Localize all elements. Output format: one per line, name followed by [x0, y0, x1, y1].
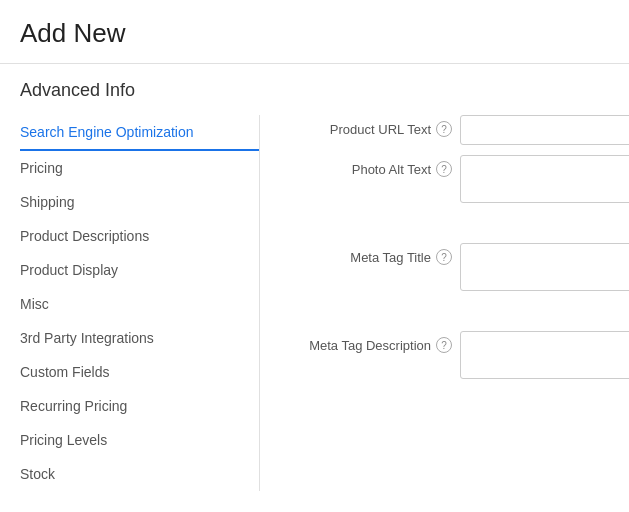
page-title: Add New [20, 18, 609, 49]
photo-alt-text-label-group: Photo Alt Text ? [300, 155, 460, 177]
meta-tag-description-help-icon[interactable]: ? [436, 337, 452, 353]
photo-alt-text-label: Photo Alt Text [352, 162, 431, 177]
sidebar-item-misc[interactable]: Misc [20, 287, 259, 321]
sidebar-item-pricing[interactable]: Pricing [20, 151, 259, 185]
product-url-text-help-icon[interactable]: ? [436, 121, 452, 137]
meta-tag-description-input[interactable] [460, 331, 629, 379]
product-url-text-label-group: Product URL Text ? [300, 115, 460, 137]
meta-tag-description-row: Meta Tag Description ? [300, 331, 629, 379]
sidebar-item-shipping[interactable]: Shipping [20, 185, 259, 219]
meta-tag-title-label: Meta Tag Title [350, 250, 431, 265]
photo-alt-text-row: Photo Alt Text ? [300, 155, 629, 203]
meta-tag-title-help-icon[interactable]: ? [436, 249, 452, 265]
product-url-text-label: Product URL Text [330, 122, 431, 137]
meta-tag-description-label-group: Meta Tag Description ? [300, 331, 460, 353]
product-url-text-row: Product URL Text ? [300, 115, 629, 145]
sidebar-item-stock[interactable]: Stock [20, 457, 259, 491]
sidebar-item-3rd-party[interactable]: 3rd Party Integrations [20, 321, 259, 355]
meta-tag-title-row: Meta Tag Title ? [300, 243, 629, 291]
meta-tag-title-label-group: Meta Tag Title ? [300, 243, 460, 265]
photo-alt-char-count-row: 0 [300, 213, 629, 235]
sidebar-item-recurring-pricing[interactable]: Recurring Pricing [20, 389, 259, 423]
content-area: Advanced Info Search Engine Optimization… [0, 64, 629, 491]
page-header: Add New [0, 0, 629, 64]
sidebar-item-product-display[interactable]: Product Display [20, 253, 259, 287]
meta-tag-title-input[interactable] [460, 243, 629, 291]
sidebar: Search Engine Optimization Pricing Shipp… [20, 115, 260, 491]
meta-tag-description-label: Meta Tag Description [309, 338, 431, 353]
sidebar-item-custom-fields[interactable]: Custom Fields [20, 355, 259, 389]
form-area: Product URL Text ? Photo Alt Text ? 0 [260, 115, 629, 491]
section-title: Advanced Info [20, 80, 609, 101]
sidebar-item-pricing-levels[interactable]: Pricing Levels [20, 423, 259, 457]
product-url-text-input[interactable] [460, 115, 629, 145]
photo-alt-text-input[interactable] [460, 155, 629, 203]
photo-alt-text-help-icon[interactable]: ? [436, 161, 452, 177]
sidebar-item-product-descriptions[interactable]: Product Descriptions [20, 219, 259, 253]
meta-tag-title-char-count-row: 0 [300, 301, 629, 323]
main-layout: Search Engine Optimization Pricing Shipp… [20, 115, 609, 491]
sidebar-item-seo[interactable]: Search Engine Optimization [20, 115, 259, 151]
